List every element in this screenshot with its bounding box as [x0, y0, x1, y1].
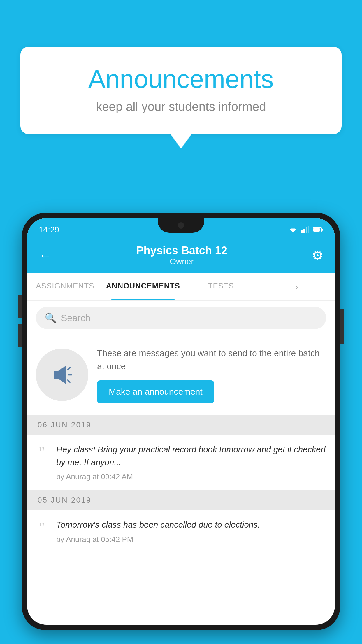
announcement-item-2[interactable]: " Tomorrow's class has been cancelled du… — [27, 510, 335, 553]
announcement-icon-circle — [36, 349, 88, 401]
promo-description: These are messages you want to send to t… — [97, 346, 326, 373]
battery-icon — [313, 227, 323, 233]
phone-volume-down-button — [18, 324, 22, 347]
svg-rect-3 — [303, 229, 305, 233]
speech-bubble-card: Announcements keep all your students inf… — [20, 47, 342, 134]
settings-icon[interactable]: ⚙ — [312, 248, 323, 263]
app-header: ← Physics Batch 12 Owner ⚙ — [27, 239, 335, 273]
date-separator-2: 05 JUN 2019 — [27, 490, 335, 510]
search-icon: 🔍 — [45, 312, 57, 324]
svg-rect-5 — [308, 226, 309, 233]
status-icons — [288, 226, 323, 233]
tabs-bar: ASSIGNMENTS ANNOUNCEMENTS TESTS › — [27, 273, 335, 301]
search-input[interactable]: Search — [61, 313, 90, 323]
header-title-group: Physics Batch 12 Owner — [136, 244, 227, 266]
announcement-content-2: Tomorrow's class has been cancelled due … — [56, 519, 326, 544]
phone-camera — [178, 222, 184, 229]
announcement-meta-1: by Anurag at 09:42 AM — [56, 472, 326, 481]
search-container: 🔍 Search — [27, 301, 335, 335]
svg-rect-4 — [306, 228, 307, 233]
svg-rect-10 — [54, 371, 58, 379]
svg-rect-7 — [321, 229, 323, 231]
phone-notch — [158, 218, 204, 233]
phone-outer-frame: 14:29 — [22, 213, 340, 630]
megaphone-icon — [49, 362, 75, 388]
svg-rect-8 — [313, 228, 320, 232]
signal-icon — [301, 226, 309, 233]
back-button[interactable]: ← — [39, 248, 52, 263]
phone-power-button — [340, 309, 344, 344]
date-separator-1: 06 JUN 2019 — [27, 415, 335, 435]
make-announcement-button[interactable]: Make an announcement — [97, 380, 214, 403]
tab-assignments[interactable]: ASSIGNMENTS — [27, 273, 103, 300]
speech-bubble-arrow — [171, 134, 191, 149]
phone-screen: 14:29 — [27, 218, 335, 625]
search-bar[interactable]: 🔍 Search — [36, 307, 326, 329]
svg-rect-2 — [301, 230, 303, 233]
tab-more[interactable]: › — [259, 273, 335, 300]
wifi-icon — [288, 226, 298, 233]
announcement-text-2: Tomorrow's class has been cancelled due … — [56, 519, 326, 531]
status-time: 14:29 — [39, 225, 59, 235]
announcement-item-1[interactable]: " Hey class! Bring your practical record… — [27, 435, 335, 490]
announcement-meta-2: by Anurag at 05:42 PM — [56, 535, 326, 544]
announcement-content-1: Hey class! Bring your practical record b… — [56, 443, 326, 481]
phone-mockup: 14:29 — [22, 213, 340, 644]
announcement-text-1: Hey class! Bring your practical record b… — [56, 443, 326, 469]
svg-line-11 — [68, 368, 70, 370]
svg-line-13 — [68, 380, 70, 382]
batch-title: Physics Batch 12 — [136, 244, 227, 257]
quote-icon-1: " — [33, 445, 50, 460]
phone-volume-up-button — [18, 295, 22, 318]
speech-bubble-title: Announcements — [44, 64, 318, 94]
quote-icon-2: " — [33, 520, 50, 536]
speech-bubble-section: Announcements keep all your students inf… — [20, 47, 342, 149]
speech-bubble-subtitle: keep all your students informed — [44, 100, 318, 114]
tab-announcements[interactable]: ANNOUNCEMENTS — [103, 273, 183, 300]
tab-tests[interactable]: TESTS — [183, 273, 259, 300]
promo-content: These are messages you want to send to t… — [97, 346, 326, 403]
batch-role: Owner — [136, 257, 227, 266]
promo-section: These are messages you want to send to t… — [27, 335, 335, 415]
